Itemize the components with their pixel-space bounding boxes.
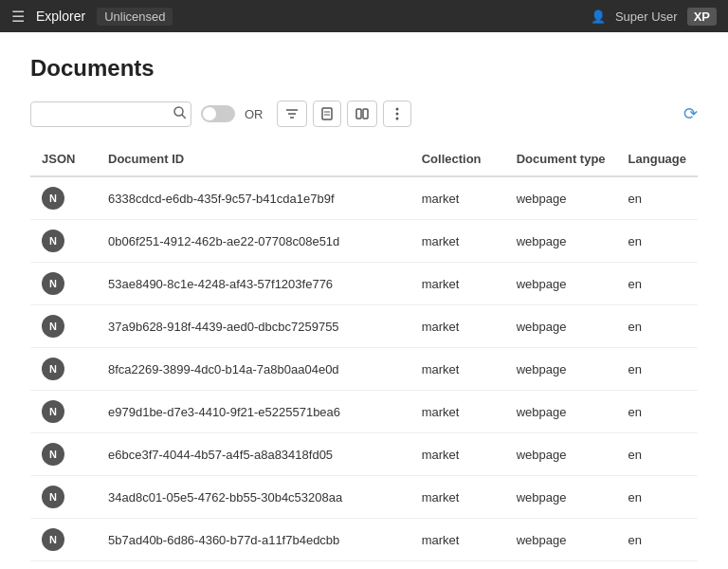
search-wrapper xyxy=(30,101,191,127)
row-doc-id: 0b06f251-4912-462b-ae22-07708c08e51d xyxy=(97,220,410,263)
svg-rect-8 xyxy=(356,109,361,119)
row-doc-id: 973b8126-91a8-4d9b-826c-f643d8ec9977 xyxy=(97,561,410,570)
col-doctype-header: Document type xyxy=(505,142,617,176)
unlicensed-badge: Unlicensed xyxy=(97,8,173,26)
row-doc-type: webpage xyxy=(505,176,617,220)
doc-icon: N xyxy=(42,315,64,338)
row-language: en xyxy=(617,391,698,433)
columns-icon-btn[interactable] xyxy=(347,101,377,127)
row-json-icon: N xyxy=(30,176,97,220)
doc-icon: N xyxy=(42,486,64,508)
col-collection-header: Collection xyxy=(410,142,505,176)
page-title: Documents xyxy=(30,55,698,82)
table-row: N e979d1be-d7e3-4410-9f21-e5225571bea6 m… xyxy=(30,391,698,433)
row-collection: market xyxy=(410,519,505,561)
svg-line-1 xyxy=(182,115,186,119)
col-language-header: Language xyxy=(617,142,698,176)
table-row: N e6bce3f7-4044-4b57-a4f5-a8a83418fd05 m… xyxy=(30,433,698,476)
more-icon-btn[interactable] xyxy=(383,101,411,127)
row-doc-id: e979d1be-d7e3-4410-9f21-e5225571bea6 xyxy=(97,391,410,433)
row-doc-id: 5b7ad40b-6d86-4360-b77d-a11f7b4edcbb xyxy=(97,519,410,561)
doc-icon: N xyxy=(42,229,64,252)
row-collection: market xyxy=(410,305,505,348)
table-row: N 34ad8c01-05e5-4762-bb55-30b4c53208aa m… xyxy=(30,476,698,519)
search-button[interactable] xyxy=(173,106,186,121)
doc-icon: N xyxy=(42,187,64,210)
table-row: N 8fca2269-3899-4dc0-b14a-7a8b0aa04e0d m… xyxy=(30,348,698,391)
toolbar: OR xyxy=(30,101,698,127)
row-doc-id: 53ae8490-8c1e-4248-af43-57f1203fe776 xyxy=(97,263,410,305)
row-json-icon: N xyxy=(30,220,97,263)
row-collection: market xyxy=(410,348,505,391)
row-doc-type: webpage xyxy=(505,519,617,561)
row-language: en xyxy=(617,476,698,519)
row-doc-type: webpage xyxy=(505,220,617,263)
table-row: N 53ae8490-8c1e-4248-af43-57f1203fe776 m… xyxy=(30,263,698,305)
table-row: N 0b06f251-4912-462b-ae22-07708c08e51d m… xyxy=(30,220,698,263)
row-collection: market xyxy=(410,263,505,305)
menu-icon[interactable]: ☰ xyxy=(11,8,25,26)
row-json-icon: N xyxy=(30,433,97,476)
col-docid-header: Document ID xyxy=(97,142,410,176)
row-collection: market xyxy=(410,561,505,570)
row-doc-id: 34ad8c01-05e5-4762-bb55-30b4c53208aa xyxy=(97,476,410,519)
row-json-icon: N xyxy=(30,348,97,391)
row-doc-id: 6338cdcd-e6db-435f-9c57-b41cda1e7b9f xyxy=(97,176,410,220)
row-doc-type: webpage xyxy=(505,305,617,348)
col-json-header: JSON xyxy=(30,142,97,176)
row-language: en xyxy=(617,220,698,263)
document-icon-btn[interactable] xyxy=(313,101,341,127)
row-collection: market xyxy=(410,220,505,263)
row-language: en xyxy=(617,433,698,476)
xp-badge: XP xyxy=(687,8,717,26)
search-input[interactable] xyxy=(30,101,191,127)
refresh-button[interactable]: ⟳ xyxy=(683,103,698,124)
main-content: Documents OR xyxy=(0,32,728,569)
row-language: en xyxy=(617,305,698,348)
top-nav: ☰ Explorer Unlicensed 👤 Super User XP xyxy=(0,0,728,32)
row-json-icon: N xyxy=(30,391,97,433)
doc-icon: N xyxy=(42,528,64,551)
table-row: N 6338cdcd-e6db-435f-9c57-b41cda1e7b9f m… xyxy=(30,176,698,220)
doc-icon: N xyxy=(42,272,64,295)
doc-icon: N xyxy=(42,358,64,380)
row-language: en xyxy=(617,176,698,220)
row-collection: market xyxy=(410,433,505,476)
toolbar-icons xyxy=(277,101,411,127)
row-doc-type: webpage xyxy=(505,348,617,391)
row-collection: market xyxy=(410,391,505,433)
row-doc-type: webpage xyxy=(505,263,617,305)
or-toggle[interactable] xyxy=(201,105,235,122)
row-doc-type: webpage xyxy=(505,433,617,476)
documents-table: JSON Document ID Collection Document typ… xyxy=(30,142,698,569)
svg-point-12 xyxy=(395,118,398,120)
user-icon: 👤 xyxy=(591,9,606,24)
row-doc-type: webpage xyxy=(505,561,617,570)
row-doc-id: 37a9b628-918f-4439-aed0-dbcbc7259755 xyxy=(97,305,410,348)
or-label: OR xyxy=(245,107,264,121)
row-json-icon: N xyxy=(30,476,97,519)
row-json-icon: N xyxy=(30,305,97,348)
table-row: N 973b8126-91a8-4d9b-826c-f643d8ec9977 m… xyxy=(30,561,698,570)
row-collection: market xyxy=(410,176,505,220)
row-language: en xyxy=(617,519,698,561)
row-doc-type: webpage xyxy=(505,476,617,519)
user-label: Super User xyxy=(615,9,678,24)
svg-rect-5 xyxy=(322,108,332,119)
row-json-icon: N xyxy=(30,561,97,570)
row-doc-id: 8fca2269-3899-4dc0-b14a-7a8b0aa04e0d xyxy=(97,348,410,391)
doc-icon: N xyxy=(42,443,64,466)
row-language: en xyxy=(617,263,698,305)
table-row: N 5b7ad40b-6d86-4360-b77d-a11f7b4edcbb m… xyxy=(30,519,698,561)
nav-right: 👤 Super User XP xyxy=(591,8,717,26)
svg-point-10 xyxy=(395,108,398,111)
row-doc-type: webpage xyxy=(505,391,617,433)
explorer-label: Explorer xyxy=(36,9,85,24)
filter-icon-btn[interactable] xyxy=(277,101,307,127)
table-row: N 37a9b628-918f-4439-aed0-dbcbc7259755 m… xyxy=(30,305,698,348)
svg-point-11 xyxy=(395,113,398,116)
row-doc-id: e6bce3f7-4044-4b57-a4f5-a8a83418fd05 xyxy=(97,433,410,476)
row-json-icon: N xyxy=(30,519,97,561)
row-json-icon: N xyxy=(30,263,97,305)
row-collection: market xyxy=(410,476,505,519)
